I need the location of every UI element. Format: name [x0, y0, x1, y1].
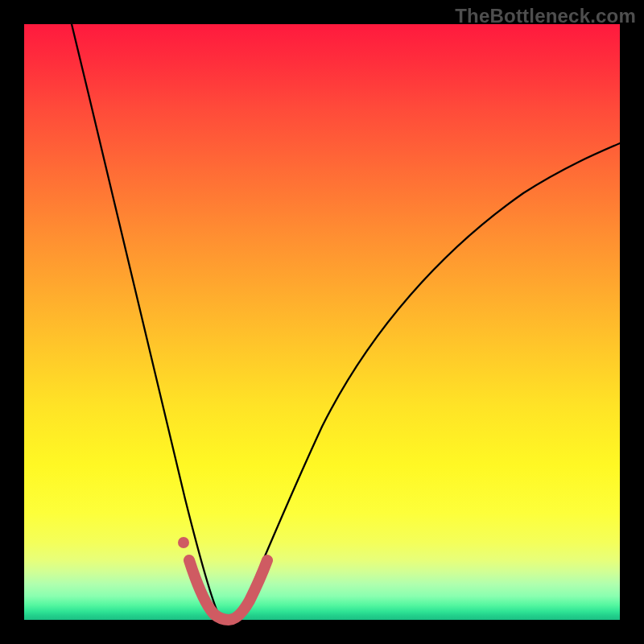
bottleneck-curve-path: [72, 24, 620, 620]
optimal-marker-dot: [178, 537, 189, 548]
bottleneck-curve-svg: [24, 24, 620, 620]
chart-area: [24, 24, 620, 620]
watermark-text: TheBottleneck.com: [455, 5, 636, 27]
optimal-marker-path: [189, 560, 267, 620]
